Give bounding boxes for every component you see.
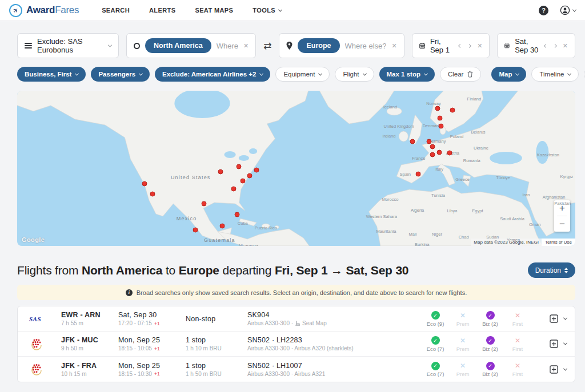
- trash-icon: [467, 71, 473, 78]
- sort-duration-button[interactable]: Duration: [528, 262, 575, 278]
- airport-marker[interactable]: [254, 167, 259, 172]
- cabin-biz: ✓Biz (2): [476, 311, 504, 327]
- date-from-value: Fri, Sep 1: [430, 37, 454, 54]
- stops: 1 stop: [186, 336, 247, 344]
- airport-marker[interactable]: [438, 116, 443, 121]
- airport-marker[interactable]: [410, 139, 415, 144]
- airport-marker[interactable]: [218, 169, 223, 175]
- world-map-graphic: [17, 91, 575, 246]
- date-to-input[interactable]: Sat, Sep 30 ✕: [497, 33, 575, 58]
- next-day-icon[interactable]: [553, 43, 557, 47]
- airport-marker[interactable]: [450, 108, 455, 113]
- airport-marker[interactable]: [202, 201, 207, 206]
- add-to-watchlist-icon[interactable]: [550, 365, 558, 374]
- filter-flight[interactable]: Flight: [335, 67, 374, 82]
- flight-numbers: SN502 · LH2283: [247, 336, 422, 344]
- flight-row[interactable]: JFK - FRA10 h 15 m Mon, Sep 2518:15 - 10…: [18, 357, 575, 382]
- airport-marker[interactable]: [231, 187, 236, 192]
- destination-pill[interactable]: Europe: [298, 38, 339, 53]
- airport-marker[interactable]: [247, 173, 253, 179]
- airport-marker[interactable]: [430, 152, 435, 157]
- airport-marker[interactable]: [193, 228, 198, 233]
- available-check-icon: ✓: [431, 311, 440, 320]
- airport-marker[interactable]: [150, 191, 155, 196]
- nav-seat-maps[interactable]: SEAT MAPS: [195, 7, 233, 14]
- program-filter-dropdown[interactable]: Exclude: SAS Eurobonus: [17, 33, 119, 58]
- airport-marker[interactable]: [142, 181, 147, 187]
- view-timeline-button[interactable]: Timeline: [531, 67, 579, 82]
- view-map-button[interactable]: Map: [491, 67, 526, 82]
- results-map[interactable]: + − Google Map data ©2023 Google, INEGI …: [17, 91, 575, 246]
- airport-marker[interactable]: [447, 150, 452, 155]
- flight-numbers: SN502 · LH1007: [247, 362, 422, 370]
- chevron-down-icon: [278, 7, 282, 11]
- chevron-down-icon: [515, 71, 519, 75]
- filter-passengers[interactable]: Passengers: [91, 67, 150, 82]
- filter-cabin[interactable]: Business, First: [17, 67, 86, 82]
- info-banner: i Broad searches only show saved search …: [17, 285, 575, 300]
- date-from-input[interactable]: Fri, Sep 1 ✕: [412, 33, 490, 58]
- airport-marker[interactable]: [437, 150, 442, 155]
- airport-marker[interactable]: [430, 144, 435, 149]
- chevron-down-icon: [572, 7, 576, 11]
- unavailable-x-icon: ✕: [460, 337, 466, 345]
- origin-pill[interactable]: North America: [145, 38, 211, 53]
- expand-row-icon[interactable]: [563, 366, 567, 370]
- app-logo[interactable]: ✈ AwardFares: [9, 4, 79, 17]
- destination-placeholder: Where else?: [345, 42, 387, 50]
- expand-row-icon[interactable]: [563, 341, 567, 345]
- airport-marker[interactable]: [236, 164, 241, 169]
- clear-origin-icon[interactable]: ✕: [243, 42, 249, 50]
- depart-date: Sat, Sep 30: [118, 311, 186, 319]
- filter-equipment[interactable]: Equipment: [275, 67, 330, 82]
- info-banner-text: Broad searches only show saved search re…: [137, 289, 467, 296]
- nav-tools[interactable]: TOOLS: [253, 7, 282, 14]
- airport-marker[interactable]: [426, 139, 431, 144]
- add-to-watchlist-icon[interactable]: [550, 314, 558, 323]
- seat-map-link[interactable]: Seat Map: [295, 320, 327, 326]
- program-filter-value: Exclude: SAS Eurobonus: [37, 37, 103, 54]
- expand-row-icon[interactable]: [563, 316, 567, 320]
- clear-filters-button[interactable]: Clear: [440, 67, 481, 82]
- times: 17:20 - 07:15: [118, 320, 152, 326]
- origin-circle-icon: [134, 43, 140, 49]
- prev-day-icon[interactable]: [544, 43, 548, 47]
- filter-airlines[interactable]: Exclude: American Airlines +2: [155, 67, 270, 82]
- nav-alerts[interactable]: ALERTS: [149, 7, 175, 14]
- account-menu[interactable]: [560, 5, 576, 15]
- terms-of-use-link[interactable]: Terms of Use: [542, 239, 575, 246]
- help-icon[interactable]: ?: [539, 6, 548, 15]
- times: 18:15 - 10:05: [118, 345, 152, 351]
- filter-max-stops[interactable]: Max 1 stop: [379, 67, 435, 82]
- nav-search[interactable]: SEARCH: [102, 7, 130, 14]
- airport-marker[interactable]: [415, 172, 420, 177]
- clear-date-icon[interactable]: ✕: [477, 42, 482, 50]
- layover: 1 h 50 m BRU: [186, 371, 247, 377]
- calendar-icon: [504, 42, 510, 50]
- destination-input[interactable]: Europe Where else? ✕: [279, 33, 404, 58]
- airport-marker[interactable]: [234, 212, 239, 217]
- results-origin: North America: [82, 264, 162, 277]
- zoom-in-button[interactable]: +: [554, 200, 570, 216]
- flight-row[interactable]: SAS EWR - ARN7 h 55 m Sat, Sep 3017:20 -…: [18, 306, 575, 332]
- results-title: Flights from North America to Europe dep…: [17, 264, 408, 277]
- prev-day-icon[interactable]: [458, 43, 462, 47]
- swap-origin-destination-icon[interactable]: ⇄: [263, 40, 271, 52]
- aircraft: Airbus A330-300 · Airbus A321: [247, 371, 422, 377]
- clear-date-icon[interactable]: ✕: [563, 42, 568, 50]
- zoom-out-button[interactable]: −: [554, 216, 570, 232]
- airport-marker[interactable]: [220, 223, 225, 228]
- times: 18:15 - 10:30: [118, 371, 152, 377]
- next-day-icon[interactable]: [467, 43, 471, 47]
- origin-input[interactable]: North America Where ✕: [126, 33, 256, 58]
- clear-destination-icon[interactable]: ✕: [391, 42, 396, 50]
- unavailable-x-icon: ✕: [460, 312, 466, 320]
- date-to-value: Sat, Sep 30: [515, 37, 539, 54]
- add-to-watchlist-icon[interactable]: [550, 340, 558, 348]
- airport-marker[interactable]: [435, 106, 440, 111]
- flight-row[interactable]: JFK - MUC9 h 50 m Mon, Sep 2518:15 - 10:…: [18, 332, 575, 357]
- airport-marker[interactable]: [240, 179, 245, 184]
- map-zoom-control: + −: [554, 200, 570, 232]
- airport-marker[interactable]: [439, 123, 444, 128]
- date-to-controls: ✕: [544, 42, 568, 50]
